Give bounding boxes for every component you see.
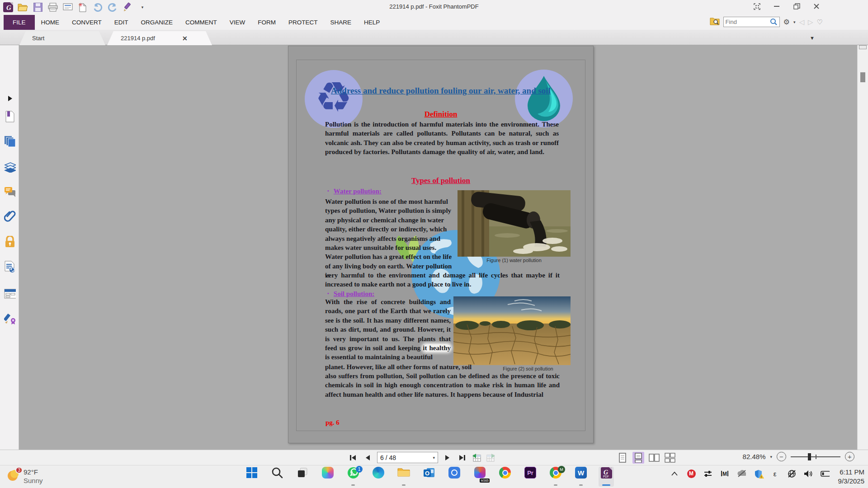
signatures-panel-icon[interactable] xyxy=(4,313,16,324)
favorites-heart-icon[interactable]: ♡ xyxy=(817,18,823,26)
premiere-pro-icon[interactable]: Pr xyxy=(523,467,538,487)
menu-protect[interactable]: PROTECT xyxy=(282,15,324,30)
edge-icon[interactable] xyxy=(371,467,386,487)
scrollbar-thumb[interactable] xyxy=(860,72,865,82)
find-settings-caret-icon[interactable]: ▾ xyxy=(793,20,796,24)
menu-help[interactable]: HELP xyxy=(358,15,386,30)
document-title: Address and reduce pollution fouling our… xyxy=(297,86,584,96)
whatsapp-icon[interactable]: 1 xyxy=(345,467,361,487)
zoom-slider-thumb[interactable] xyxy=(808,453,811,460)
status-bar: 6 / 48 ▾ 82.48% ▾ − xyxy=(0,450,868,465)
m365-label: M365 xyxy=(480,479,490,483)
tab-start[interactable]: Start xyxy=(19,31,105,45)
soil-pollution-photo xyxy=(453,296,571,365)
last-page-button[interactable] xyxy=(457,452,467,463)
foxit-phantompdf-icon[interactable]: GPDF xyxy=(599,467,614,487)
close-button[interactable] xyxy=(812,3,821,10)
pdf-page[interactable]: ♻ Address and reduce pollution fouling o… xyxy=(288,46,594,443)
toolbar-collapse-caret-icon[interactable]: ▼ xyxy=(810,35,815,41)
continuous-view-icon[interactable] xyxy=(632,452,644,464)
highlighted-text: it healthy xyxy=(423,344,451,352)
file-explorer-icon[interactable] xyxy=(396,467,411,487)
find-previous-icon[interactable]: ◁ xyxy=(799,18,804,26)
menu-view[interactable]: VIEW xyxy=(223,15,252,30)
menu-comment[interactable]: COMMENT xyxy=(179,15,223,30)
bullet-dot-icon: • xyxy=(327,291,329,296)
scrollbar-top-button[interactable] xyxy=(859,45,867,49)
zoom-caret-icon[interactable]: ▾ xyxy=(770,455,772,459)
windows-security-warning-icon[interactable]: ! xyxy=(754,469,763,478)
microsoft-365-icon[interactable]: M365 xyxy=(472,467,487,487)
settings-sliders-icon[interactable] xyxy=(703,469,712,478)
svg-text:O: O xyxy=(425,470,429,477)
find-input[interactable] xyxy=(726,19,770,25)
tab-document-active[interactable]: 221914 p.pdf ✕ xyxy=(107,31,212,45)
menu-file[interactable]: FILE xyxy=(4,15,35,30)
next-view-button-disabled[interactable] xyxy=(486,452,496,463)
document-view-area[interactable]: ♻ Address and reduce pollution fouling o… xyxy=(19,45,857,450)
zoom-percentage[interactable]: 82.48% xyxy=(743,453,766,460)
zoom-out-button[interactable]: − xyxy=(777,452,786,461)
next-page-button[interactable] xyxy=(443,452,453,463)
combobox-caret-icon[interactable]: ▾ xyxy=(433,455,435,460)
outlook-icon[interactable]: O xyxy=(421,467,437,487)
destinations-panel-icon[interactable] xyxy=(4,261,16,273)
word-icon[interactable]: W xyxy=(573,467,589,487)
vertical-scrollbar[interactable] xyxy=(857,45,868,450)
window-controls xyxy=(753,3,821,10)
zoom-slider[interactable] xyxy=(791,452,840,461)
single-page-view-icon[interactable] xyxy=(617,452,628,464)
security-panel-icon[interactable] xyxy=(4,236,16,248)
taskbar-clock[interactable]: 6:11 PM 9/3/2025 xyxy=(838,468,864,486)
language-indicator[interactable]: ε xyxy=(770,469,779,478)
first-page-button[interactable] xyxy=(348,452,358,463)
layout-grid-icon[interactable] xyxy=(753,3,761,10)
find-next-icon[interactable]: ▷ xyxy=(808,18,813,26)
search-icon[interactable] xyxy=(770,18,778,26)
menu-convert[interactable]: CONVERT xyxy=(66,15,108,30)
onedrive-paused-icon[interactable] xyxy=(737,469,746,478)
chrome-gmail-icon[interactable]: M xyxy=(548,467,563,487)
fields-panel-icon[interactable] xyxy=(4,288,16,300)
page-indicator-combobox[interactable]: 6 / 48 ▾ xyxy=(377,452,438,463)
tray-expand-caret-icon[interactable] xyxy=(670,469,679,478)
weather-condition: Sunny xyxy=(24,476,43,485)
mega-icon[interactable]: M xyxy=(687,469,696,478)
network-globe-icon[interactable] xyxy=(787,469,796,478)
menu-share[interactable]: SHARE xyxy=(324,15,358,30)
continuous-facing-view-icon[interactable] xyxy=(664,452,676,464)
menu-organize[interactable]: ORGANIZE xyxy=(135,15,179,30)
page-number-label: pg. 6 xyxy=(326,419,340,427)
restore-button[interactable] xyxy=(793,3,801,10)
start-button[interactable] xyxy=(244,467,259,487)
m-logo-icon[interactable]: M xyxy=(720,469,729,478)
previous-page-button[interactable] xyxy=(363,452,373,463)
document-tab-bar: Start 221914 p.pdf ✕ ▼ xyxy=(0,30,868,45)
task-view-button[interactable] xyxy=(295,467,310,487)
facing-view-icon[interactable] xyxy=(648,452,660,464)
tab-close-icon[interactable]: ✕ xyxy=(182,35,188,42)
expand-panel-arrow-icon[interactable] xyxy=(4,93,16,104)
volume-icon[interactable] xyxy=(804,469,813,478)
previous-view-button[interactable] xyxy=(472,452,481,463)
menu-home[interactable]: HOME xyxy=(35,15,66,30)
search-button[interactable] xyxy=(269,467,285,487)
bookmarks-panel-icon[interactable] xyxy=(4,111,16,122)
chrome-icon[interactable] xyxy=(497,467,513,487)
attachments-panel-icon[interactable] xyxy=(4,210,16,222)
weather-widget[interactable]: 3 92°F Sunny xyxy=(6,468,43,485)
find-settings-gear-icon[interactable]: ⚙ xyxy=(783,18,790,26)
zoom-in-button[interactable]: + xyxy=(845,452,854,461)
water-pollution-photo xyxy=(458,190,571,257)
svg-text:PDF: PDF xyxy=(603,475,609,478)
pages-panel-icon[interactable] xyxy=(4,136,16,147)
copilot-icon[interactable] xyxy=(320,467,335,487)
menu-form[interactable]: FORM xyxy=(251,15,282,30)
battery-icon[interactable] xyxy=(821,469,830,478)
search-folder-icon[interactable] xyxy=(710,17,720,27)
minimize-button[interactable] xyxy=(773,3,781,10)
layers-panel-icon[interactable] xyxy=(4,161,16,173)
menu-edit[interactable]: EDIT xyxy=(108,15,135,30)
comments-panel-icon[interactable] xyxy=(4,186,16,198)
blue-messaging-app-icon[interactable] xyxy=(447,467,462,487)
